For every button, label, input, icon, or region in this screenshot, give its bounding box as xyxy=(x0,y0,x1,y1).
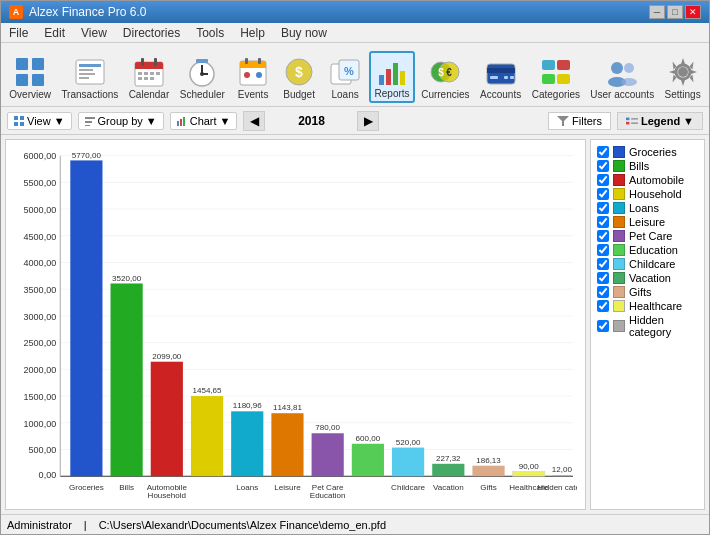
menu-help[interactable]: Help xyxy=(236,25,269,41)
bar-gifts[interactable] xyxy=(472,466,504,476)
legend-item-leisure: Leisure xyxy=(597,216,698,228)
svg-point-57 xyxy=(624,63,634,73)
filters-button[interactable]: Filters xyxy=(548,112,611,130)
view-button[interactable]: View ▼ xyxy=(7,112,72,130)
svg-rect-66 xyxy=(85,121,92,123)
legend-item-groceries: Groceries xyxy=(597,146,698,158)
toolbar-settings[interactable]: Settings xyxy=(660,53,705,103)
legend-button[interactable]: Legend ▼ xyxy=(617,112,703,130)
svg-rect-5 xyxy=(79,64,101,67)
svg-text:3000,00: 3000,00 xyxy=(24,312,57,322)
legend-check-hidden[interactable] xyxy=(597,320,609,332)
main-content: 6000,00 5500,00 5000,00 4500,00 4000,00 … xyxy=(1,135,709,514)
bar-groceries[interactable] xyxy=(70,160,102,476)
toolbar-reports[interactable]: Reports xyxy=(369,51,415,103)
svg-text:Bills: Bills xyxy=(119,483,134,492)
legend-check-leisure[interactable] xyxy=(597,216,609,228)
menu-directories[interactable]: Directories xyxy=(119,25,184,41)
legend-color-bills xyxy=(613,160,625,172)
menu-edit[interactable]: Edit xyxy=(40,25,69,41)
legend-check-groceries[interactable] xyxy=(597,146,609,158)
svg-point-29 xyxy=(244,72,250,78)
bar-hidden[interactable] xyxy=(553,475,571,476)
menu-view[interactable]: View xyxy=(77,25,111,41)
legend-color-healthcare xyxy=(613,300,625,312)
toolbar-scheduler[interactable]: Scheduler xyxy=(176,53,230,103)
toolbar-categories[interactable]: Categories xyxy=(528,53,585,103)
svg-rect-46 xyxy=(487,64,515,84)
user-accounts-icon xyxy=(606,56,638,88)
svg-text:1180,96: 1180,96 xyxy=(233,402,263,411)
legend-check-bills[interactable] xyxy=(597,160,609,172)
bar-petcare[interactable] xyxy=(312,433,344,476)
bar-automobile[interactable] xyxy=(151,362,183,476)
main-window: A Alzex Finance Pro 6.0 ─ □ ✕ File Edit … xyxy=(0,0,710,535)
toolbar-overview[interactable]: Overview xyxy=(5,53,55,103)
svg-text:%: % xyxy=(344,65,354,77)
svg-text:Automobile: Automobile xyxy=(147,483,187,492)
menu-tools[interactable]: Tools xyxy=(192,25,228,41)
loans-label: Loans xyxy=(331,89,358,100)
legend-label-groceries: Groceries xyxy=(629,146,677,158)
legend-check-automobile[interactable] xyxy=(597,174,609,186)
svg-rect-20 xyxy=(150,77,154,80)
reports-label: Reports xyxy=(375,88,410,99)
chart-button[interactable]: Chart ▼ xyxy=(170,112,238,130)
prev-year-button[interactable]: ◀ xyxy=(243,111,265,131)
svg-text:Education: Education xyxy=(310,491,346,500)
menu-file[interactable]: File xyxy=(5,25,32,41)
toolbar-user-accounts[interactable]: User accounts xyxy=(586,53,658,103)
chart-icon xyxy=(177,116,187,126)
menu-bar: File Edit View Directories Tools Help Bu… xyxy=(1,23,709,43)
legend-check-childcare[interactable] xyxy=(597,258,609,270)
menu-buynow[interactable]: Buy now xyxy=(277,25,331,41)
toolbar-currencies[interactable]: $€ Currencies xyxy=(417,53,474,103)
bar-leisure[interactable] xyxy=(271,413,303,476)
bar-childcare[interactable] xyxy=(392,448,424,477)
bar-household[interactable] xyxy=(191,396,223,476)
legend-check-gifts[interactable] xyxy=(597,286,609,298)
legend-color-groceries xyxy=(613,146,625,158)
svg-text:Loans: Loans xyxy=(236,483,258,492)
svg-rect-49 xyxy=(504,76,508,79)
legend-check-household[interactable] xyxy=(597,188,609,200)
legend-check-education[interactable] xyxy=(597,244,609,256)
svg-rect-0 xyxy=(16,58,28,70)
legend-check-vacation[interactable] xyxy=(597,272,609,284)
svg-text:Household: Household xyxy=(148,491,186,500)
window-title: Alzex Finance Pro 6.0 xyxy=(29,5,146,19)
bar-chart: 6000,00 5500,00 5000,00 4500,00 4000,00 … xyxy=(14,148,577,501)
legend-check-petcare[interactable] xyxy=(597,230,609,242)
toolbar-events[interactable]: Events xyxy=(231,53,275,103)
minimize-button[interactable]: ─ xyxy=(649,5,665,19)
currencies-label: Currencies xyxy=(421,89,469,100)
legend-item-hidden: Hidden category xyxy=(597,314,698,338)
settings-icon xyxy=(667,56,699,88)
transactions-label: Transactions xyxy=(61,89,118,100)
legend-check-healthcare[interactable] xyxy=(597,300,609,312)
maximize-button[interactable]: □ xyxy=(667,5,683,19)
toolbar-loans[interactable]: % Loans xyxy=(323,53,367,103)
legend-label-automobile: Automobile xyxy=(629,174,684,186)
svg-rect-19 xyxy=(144,77,148,80)
status-file: C:\Users\Alexandr\Documents\Alzex Financ… xyxy=(99,519,386,531)
svg-point-58 xyxy=(621,78,637,86)
next-year-button[interactable]: ▶ xyxy=(357,111,379,131)
close-button[interactable]: ✕ xyxy=(685,5,701,19)
toolbar-accounts[interactable]: Accounts xyxy=(476,53,526,103)
bar-healthcare[interactable] xyxy=(513,471,545,476)
toolbar-transactions[interactable]: Transactions xyxy=(57,53,122,103)
calendar-label: Calendar xyxy=(129,89,170,100)
legend-color-household xyxy=(613,188,625,200)
legend-color-education xyxy=(613,244,625,256)
svg-rect-72 xyxy=(626,117,629,120)
group-by-button[interactable]: Group by ▼ xyxy=(78,112,164,130)
svg-rect-4 xyxy=(76,60,104,84)
toolbar-budget[interactable]: $ Budget xyxy=(277,53,321,103)
legend-check-loans[interactable] xyxy=(597,202,609,214)
bar-bills[interactable] xyxy=(111,283,143,476)
bar-education[interactable] xyxy=(352,444,384,476)
bar-loans[interactable] xyxy=(231,411,263,476)
toolbar-calendar[interactable]: Calendar xyxy=(124,53,173,103)
bar-vacation[interactable] xyxy=(432,464,464,476)
